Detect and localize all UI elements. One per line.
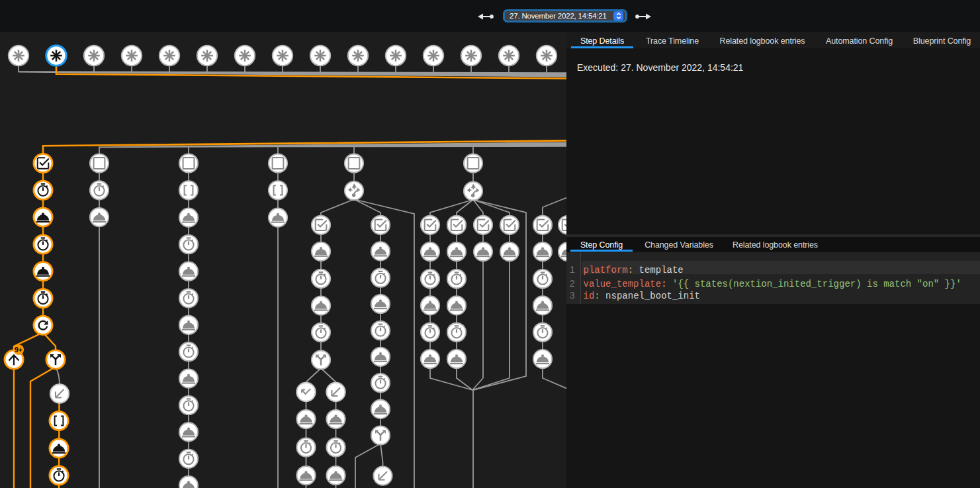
- svg-text:9+: 9+: [15, 346, 22, 354]
